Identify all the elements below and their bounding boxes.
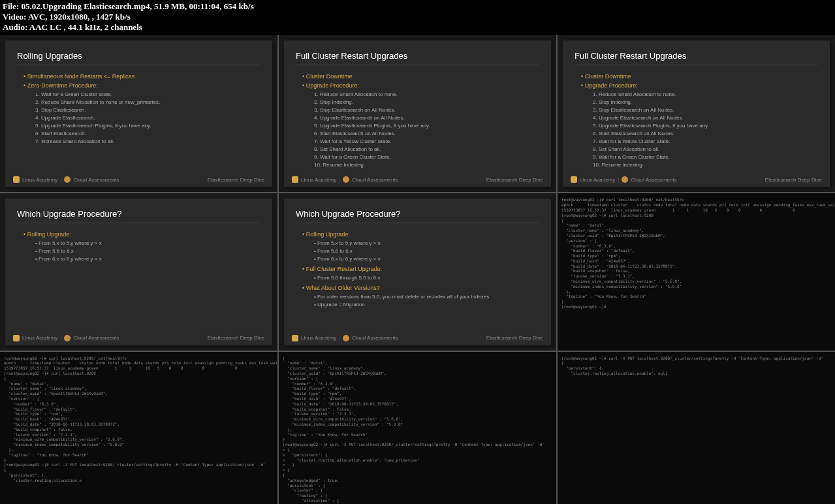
thumbnail-5[interactable]: Which Upgrade Procedure? Rolling Upgrade… xyxy=(279,193,556,350)
cloud-assessments-icon xyxy=(622,176,628,183)
audio-line: Audio: AAC LC , 44.1 kHz, 2 channels xyxy=(3,22,832,33)
list-item: 9. Wait for a Green Cluster State. xyxy=(593,154,818,160)
list-item: • From 5.6 to 6.x xyxy=(35,248,260,254)
slide-title: Full Cluster Restart Upgrades xyxy=(296,51,539,65)
list-item: 10. Resume Indexing. xyxy=(593,162,818,168)
list-item: 2. Stop Indexing. xyxy=(593,99,818,105)
slide-title: Which Upgrade Procedure? xyxy=(17,209,260,223)
list-item: 2. Stop Indexing. xyxy=(314,99,539,105)
list-item: 5. Upgrade Elasticsearch Plugins, if you… xyxy=(593,123,818,129)
list-item: • Upgrade = Migration xyxy=(314,302,539,307)
list-item: • From 5.x to 5.y where y > x xyxy=(314,240,539,246)
list-item: 6. Start Elasticsearch on All Nodes. xyxy=(593,131,818,136)
cloud-assessments-icon xyxy=(64,335,71,341)
list-item: 1. Reduce Shard Allocation to none. xyxy=(314,91,539,97)
slide-footer: Linux Academy|Cloud Assessments Elastics… xyxy=(13,335,264,341)
file-info-header: File: 05.02.Upgrading Elasticsearch.mp4,… xyxy=(0,0,835,34)
list-item: 4. Upgrade Elasticsearch on All Nodes. xyxy=(593,115,818,121)
cloud-assessments-icon xyxy=(64,176,71,183)
cloud-assessments-icon xyxy=(343,335,349,341)
list-item: 4. Upgrade Elasticsearch. xyxy=(35,115,260,121)
thumbnail-2[interactable]: Full Cluster Restart Upgrades Cluster Do… xyxy=(279,35,556,192)
list-item: 3. Stop Elasticsearch on All Nodes. xyxy=(314,107,539,113)
thumbnail-1[interactable]: Rolling Upgrades Simultaneous Node Resta… xyxy=(0,35,277,192)
list-item: 7. Wait for a Yellow Cluster State. xyxy=(593,138,818,144)
linux-academy-icon xyxy=(571,176,577,183)
terminal-output: root@waysung02 ~]# curl localhost:9200/_… xyxy=(0,352,277,504)
bullet: Rolling Upgrade: xyxy=(302,231,539,238)
slide-footer: Linux Academy|Cloud Assessments Elastics… xyxy=(571,176,822,183)
list-item: 4. Upgrade Elasticsearch on All Nodes. xyxy=(314,115,539,121)
video-line: Video: AVC, 1920x1080, , 1427 kb/s xyxy=(3,12,832,22)
list-item: 9. Wait for a Green Cluster State. xyxy=(314,154,539,160)
bullet: Full Cluster Restart Upgrade: xyxy=(302,266,539,272)
terminal-output: root@waysung02 ~]# curl localhost:9200/_… xyxy=(558,193,835,350)
slide-title: Rolling Upgrades xyxy=(17,51,260,65)
list-item: 7. Wait for a Yellow Cluster State. xyxy=(314,138,539,144)
terminal-output: { "name" : "data1", "cluster_name" : "li… xyxy=(279,352,556,504)
slide-footer: Linux Academy|Cloud Assessments Elastics… xyxy=(292,335,543,341)
thumbnail-7[interactable]: root@waysung02 ~]# curl localhost:9200/_… xyxy=(0,352,277,504)
list-item: • From 6.x to 6.y where y > x xyxy=(35,256,260,262)
list-item: • From 5.0 through 5.5 to 6.x xyxy=(314,275,539,281)
list-item: • From 5.x to 5.y where y > x xyxy=(35,240,260,246)
list-item: 5. Upgrade Elasticsearch Plugins, if you… xyxy=(314,123,539,129)
list-item: 8. Set Shard Allocation to all. xyxy=(593,146,818,152)
bullet: Zero-Downtime Procedure: xyxy=(24,82,260,89)
list-item: 6. Start Elasticsearch. xyxy=(35,131,260,136)
slide-footer: Linux Academy|Cloud Assessments Elastics… xyxy=(292,176,543,183)
thumbnail-4[interactable]: Which Upgrade Procedure? Rolling Upgrade… xyxy=(0,193,277,350)
list-item: 10. Resume Indexing. xyxy=(314,162,539,168)
bullet: What About Older Versions? xyxy=(302,285,539,291)
thumbnail-3[interactable]: Full Cluster Restart Upgrades Cluster Do… xyxy=(558,35,835,192)
linux-academy-icon xyxy=(13,335,20,341)
thumbnail-6[interactable]: root@waysung02 ~]# curl localhost:9200/_… xyxy=(558,193,835,350)
list-item: • From 5.6 to 6.x xyxy=(314,248,539,254)
list-item: • For older versions than 5.0, you must … xyxy=(314,294,539,300)
list-item: 7. Increase Shard Allocation to all. xyxy=(35,138,260,144)
list-item: 2. Reduce Shard Allocation to none or ne… xyxy=(35,99,260,105)
cloud-assessments-icon xyxy=(343,176,349,183)
bullet: Simultaneous Node Restarts <= Replicas xyxy=(24,73,260,80)
list-item: • From 6.x to 6.y where y > x xyxy=(314,256,539,262)
list-item: 6. Start Elasticsearch on All Nodes. xyxy=(314,131,539,136)
linux-academy-icon xyxy=(13,176,20,183)
file-line: File: 05.02.Upgrading Elasticsearch.mp4,… xyxy=(3,1,832,12)
slide-footer: Linux Academy|Cloud Assessments Elastics… xyxy=(13,176,264,183)
linux-academy-icon xyxy=(292,176,298,183)
bullet: Cluster Downtime xyxy=(302,73,539,80)
list-item: 3. Stop Elasticsearch on All Nodes. xyxy=(593,107,818,113)
linux-academy-icon xyxy=(292,335,298,341)
slide-title: Which Upgrade Procedure? xyxy=(296,209,539,223)
bullet: Upgrade Procedure: xyxy=(302,82,539,89)
slide-title: Full Cluster Restart Upgrades xyxy=(575,51,818,65)
bullet: Upgrade Procedure: xyxy=(581,82,818,89)
list-item: 1. Reduce Shard Allocation to none. xyxy=(593,91,818,97)
thumbnail-8[interactable]: { "name" : "data1", "cluster_name" : "li… xyxy=(279,352,556,504)
bullet: Cluster Downtime xyxy=(581,73,818,80)
terminal-output: [root@waysung02 ~]# curl -X PUT localhos… xyxy=(558,352,835,504)
list-item: 1. Wait for a Green Cluster State. xyxy=(35,91,260,97)
thumbnail-grid: Rolling Upgrades Simultaneous Node Resta… xyxy=(0,35,835,504)
list-item: 5. Upgrade Elasticsearch Plugins, if you… xyxy=(35,123,260,129)
list-item: 3. Stop Elasticsearch. xyxy=(35,107,260,113)
list-item: 8. Set Shard Allocation to all. xyxy=(314,146,539,152)
thumbnail-9[interactable]: [root@waysung02 ~]# curl -X PUT localhos… xyxy=(558,352,835,504)
bullet: Rolling Upgrade: xyxy=(24,231,260,238)
